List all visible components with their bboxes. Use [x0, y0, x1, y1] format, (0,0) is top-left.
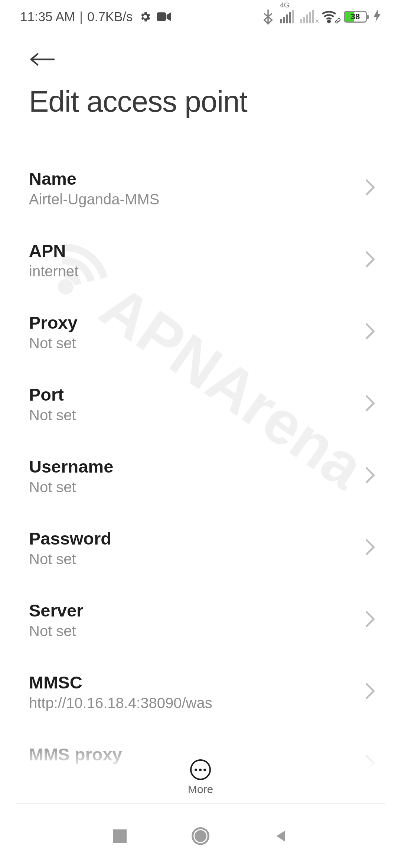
status-right-group: 4G × 38	[263, 9, 381, 24]
row-label: Username	[29, 456, 113, 477]
page-title: Edit access point	[29, 85, 372, 119]
video-camera-icon	[157, 11, 172, 22]
row-value: Not set	[29, 407, 76, 424]
wifi-icon	[321, 10, 337, 23]
nav-recents-button[interactable]	[107, 823, 133, 849]
row-label: APN	[29, 240, 78, 261]
back-button[interactable]	[29, 45, 59, 74]
square-icon	[113, 829, 127, 843]
row-label: Server	[29, 600, 83, 621]
setting-row-proxy[interactable]: Proxy Not set	[0, 296, 401, 368]
status-separator: |	[79, 9, 83, 24]
row-value: Airtel-Uganda-MMS	[29, 191, 159, 208]
more-label: More	[188, 783, 213, 796]
row-value: Not set	[29, 335, 78, 352]
row-value: http://10.16.18.4:38090/was	[29, 695, 212, 711]
setting-row-port[interactable]: Port Not set	[0, 368, 401, 440]
status-bar: 11:35 AM | 0.7KB/s 4G ×	[0, 0, 401, 33]
wifi-link-icon	[335, 18, 341, 26]
header: Edit access point	[0, 33, 401, 119]
more-icon	[190, 759, 211, 780]
setting-row-name[interactable]: Name Airtel-Uganda-MMS	[0, 152, 401, 224]
setting-row-username[interactable]: Username Not set	[0, 440, 401, 512]
battery-icon: 38	[344, 11, 367, 23]
gear-icon	[139, 10, 151, 23]
arrow-left-icon	[29, 51, 55, 68]
svg-point-2	[328, 20, 330, 23]
sim1-signal-icon: 4G	[280, 10, 294, 23]
bottom-action-bar: More	[0, 759, 401, 796]
row-label: Password	[29, 528, 111, 549]
chevron-right-icon	[365, 611, 379, 629]
row-value: Not set	[29, 479, 113, 496]
bluetooth-icon	[263, 9, 273, 24]
setting-row-server[interactable]: Server Not set	[0, 584, 401, 656]
chevron-right-icon	[365, 179, 379, 197]
chevron-right-icon	[365, 683, 379, 701]
row-label: Port	[29, 384, 76, 405]
more-button[interactable]: More	[188, 759, 213, 796]
settings-list: Name Airtel-Uganda-MMS APN internet Prox…	[0, 119, 401, 800]
row-value: Not set	[29, 623, 83, 640]
android-nav-bar	[0, 804, 401, 868]
row-label: Name	[29, 168, 159, 189]
nav-home-button[interactable]	[188, 823, 213, 849]
setting-row-mmsc[interactable]: MMSC http://10.16.18.4:38090/was	[0, 656, 401, 728]
network-type-badge: 4G	[280, 1, 289, 9]
chevron-right-icon	[365, 467, 379, 485]
status-left-group: 11:35 AM | 0.7KB/s	[20, 9, 172, 24]
chevron-right-icon	[365, 395, 379, 413]
setting-row-password[interactable]: Password Not set	[0, 512, 401, 584]
row-value: Not set	[29, 551, 111, 568]
status-time: 11:35 AM	[20, 9, 75, 24]
triangle-left-icon	[274, 829, 289, 844]
chevron-right-icon	[365, 251, 379, 269]
svg-rect-1	[157, 12, 166, 21]
sim2-signal-icon: ×	[300, 10, 314, 23]
setting-row-apn[interactable]: APN internet	[0, 224, 401, 296]
chevron-right-icon	[365, 323, 379, 341]
row-label: Proxy	[29, 312, 78, 333]
status-data-rate: 0.7KB/s	[87, 9, 133, 24]
nav-back-button[interactable]	[268, 823, 294, 849]
charging-icon	[374, 9, 381, 24]
chevron-right-icon	[365, 539, 379, 557]
row-label: MMSC	[29, 672, 212, 693]
circle-icon	[192, 827, 209, 845]
battery-percent: 38	[345, 12, 366, 22]
row-value: internet	[29, 263, 78, 280]
